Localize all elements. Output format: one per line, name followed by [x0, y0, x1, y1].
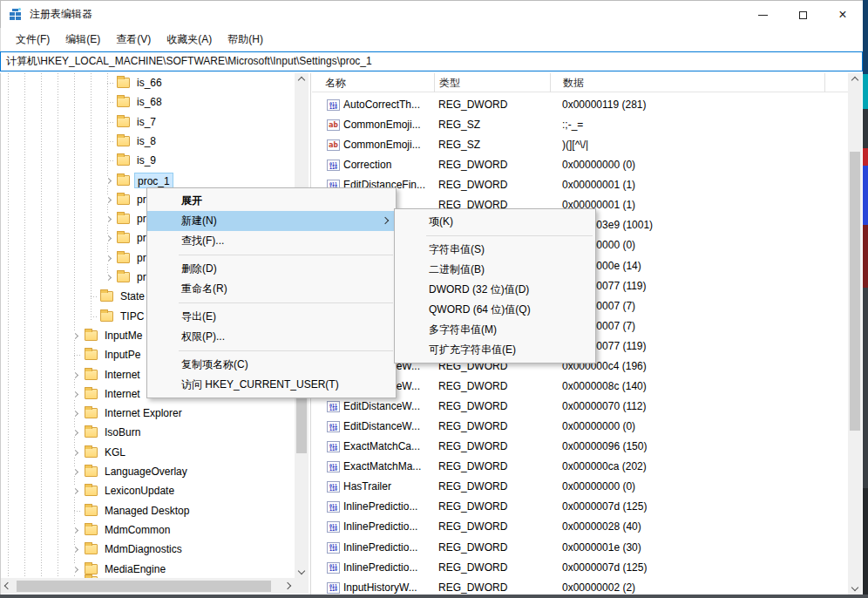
list-scroll-down-button[interactable]: [848, 581, 862, 595]
column-header-data[interactable]: 数据: [563, 73, 584, 92]
submenu-item-5[interactable]: QWORD (64 位)值(Q): [395, 300, 595, 320]
list-scroll-up-button[interactable]: [848, 73, 862, 87]
value-data: 0x00000000 (0): [562, 155, 824, 175]
value-name: ExactMatchCa...: [343, 437, 434, 457]
value-row-correction[interactable]: 011110CorrectionREG_DWORD0x00000000 (0): [312, 155, 848, 175]
menubar-item-4[interactable]: 帮助(H): [220, 29, 271, 51]
expand-arrow-icon[interactable]: [70, 467, 78, 476]
tree-branch-tick: [107, 102, 115, 103]
submenu-item-7[interactable]: 可扩充字符串值(E): [395, 340, 595, 360]
expand-arrow-icon[interactable]: [70, 428, 78, 437]
expand-arrow-icon[interactable]: [70, 486, 78, 495]
expand-arrow-icon[interactable]: [103, 273, 112, 282]
value-type: REG_DWORD: [438, 417, 548, 437]
expand-arrow-icon[interactable]: [103, 195, 112, 204]
value-row-inlinepredictio-[interactable]: 011110InlinePredictio...REG_DWORD0x00000…: [312, 558, 848, 578]
context-menu-item-8[interactable]: 权限(P)...: [147, 327, 396, 347]
context-menu-item-2[interactable]: 查找(F)...: [147, 231, 396, 251]
column-header-name[interactable]: 名称: [325, 73, 346, 92]
chevron-right-icon: [105, 274, 111, 280]
value-row-inlinepredictio-[interactable]: 011110InlinePredictio...REG_DWORD0x00000…: [312, 517, 848, 537]
expand-arrow-icon[interactable]: [70, 545, 78, 554]
tree-item-isoburn[interactable]: IsoBurn: [1, 423, 295, 442]
context-menu-item-1[interactable]: 新建(N): [147, 211, 396, 231]
tree-item-internet-explorer[interactable]: Internet Explorer: [1, 404, 295, 423]
context-menu-item-5[interactable]: 重命名(R): [147, 279, 396, 299]
value-row-exactmatchma-[interactable]: 011110ExactMatchMa...REG_DWORD0x000000ca…: [312, 457, 848, 477]
list-vscroll-thumb[interactable]: [850, 152, 860, 431]
value-type: REG_DWORD: [438, 538, 548, 558]
context-menu-item-7[interactable]: 导出(E): [147, 307, 396, 327]
expand-arrow-icon[interactable]: [70, 331, 78, 340]
submenu-item-0[interactable]: 项(K): [395, 212, 595, 232]
context-menu-item-4[interactable]: 删除(D): [147, 259, 396, 279]
value-row-commonemoji-[interactable]: abCommonEmoji...REG_SZ:;-_=: [312, 115, 848, 135]
column-divider[interactable]: [550, 73, 551, 92]
expand-arrow-icon[interactable]: [103, 176, 112, 185]
menubar-item-3[interactable]: 收藏夹(A): [159, 29, 220, 51]
submenu-item-6[interactable]: 多字符串值(M): [395, 320, 595, 340]
value-name: InlinePredictio...: [343, 538, 434, 558]
tree-scroll-right-button[interactable]: [281, 579, 295, 593]
maximize-button[interactable]: [783, 1, 823, 29]
submenu-item-3[interactable]: 二进制值(B): [395, 260, 595, 280]
expand-arrow-icon[interactable]: [103, 214, 112, 223]
dword-value-icon: 011110: [327, 441, 340, 452]
value-data: 0x0000000e (14): [562, 256, 824, 276]
tree-hscroll-thumb[interactable]: [17, 581, 271, 592]
tree-item-managed-desktop[interactable]: Managed Desktop: [1, 501, 295, 520]
folder-icon: [85, 389, 98, 399]
context-menu-item-0[interactable]: 展开: [147, 191, 396, 211]
value-row-commonemoji-[interactable]: abCommonEmoji...REG_SZ)(][^\/|: [312, 135, 848, 155]
value-row-hastrailer[interactable]: 011110HasTrailerREG_DWORD0x00000000 (0): [312, 477, 848, 497]
minimize-button[interactable]: [743, 1, 783, 29]
column-divider[interactable]: [824, 73, 825, 92]
folder-icon: [85, 525, 98, 535]
tree-item-is-9[interactable]: is_9: [1, 151, 295, 170]
value-data: 0x00000001 (1): [562, 195, 824, 215]
tree-item-languageoverlay[interactable]: LanguageOverlay: [1, 462, 295, 481]
value-type: REG_DWORD: [438, 377, 548, 397]
close-button[interactable]: ×: [823, 1, 863, 29]
expand-arrow-icon[interactable]: [103, 254, 112, 262]
tree-item[interactable]: [1, 572, 295, 578]
tree-scroll-down-button[interactable]: [295, 564, 309, 578]
value-row-inputhistoryw-[interactable]: 011110InputHistoryW...REG_DWORD0x0000000…: [312, 578, 848, 595]
submenu-item-4[interactable]: DWORD (32 位)值(D): [395, 280, 595, 300]
tree-item-is-7[interactable]: is_7: [1, 112, 295, 132]
tree-item-mdmdiagnostics[interactable]: MdmDiagnostics: [1, 540, 295, 559]
submenu-item-2[interactable]: 字符串值(S): [395, 240, 595, 260]
tree-scroll-left-button[interactable]: [1, 579, 15, 593]
context-menu-item-11[interactable]: 访问 HKEY_CURRENT_USER(T): [147, 375, 396, 395]
value-row-inlinepredictio-[interactable]: 011110InlinePredictio...REG_DWORD0x00000…: [312, 538, 848, 558]
value-row-editdistancew-[interactable]: 011110EditDistanceW...REG_DWORD0x0000000…: [312, 417, 848, 437]
address-bar[interactable]: 计算机\HKEY_LOCAL_MACHINE\SOFTWARE\Microsof…: [0, 51, 863, 71]
expand-arrow-icon[interactable]: [70, 526, 78, 534]
menubar-item-1[interactable]: 编辑(E): [58, 29, 108, 51]
value-row-exactmatchca-[interactable]: 011110ExactMatchCa...REG_DWORD0x00000096…: [312, 437, 848, 457]
tree-item-is-68[interactable]: is_68: [1, 92, 295, 112]
value-row-editdistancew-[interactable]: 011110EditDistanceW...REG_DWORD0x0000007…: [312, 397, 848, 417]
tree-item-is-8[interactable]: is_8: [1, 132, 295, 151]
column-header-type[interactable]: 类型: [439, 73, 460, 92]
tree-scroll-up-button[interactable]: [295, 73, 309, 87]
value-type: REG_DWORD: [438, 457, 548, 477]
value-row-autocorrectth-[interactable]: 011110AutoCorrectTh...REG_DWORD0x0000011…: [312, 95, 848, 115]
tree-branch-tick: [107, 141, 115, 142]
value-row-inlinepredictio-[interactable]: 011110InlinePredictio...REG_DWORD0x00000…: [312, 497, 848, 517]
tree-item-kgl[interactable]: KGL: [1, 443, 295, 462]
expand-arrow-icon[interactable]: [103, 234, 112, 242]
context-menu-item-10[interactable]: 复制项名称(C): [147, 355, 396, 375]
expand-arrow-icon[interactable]: [70, 409, 78, 418]
column-divider[interactable]: [434, 73, 435, 92]
expand-arrow-icon[interactable]: [70, 370, 78, 379]
expand-arrow-icon[interactable]: [70, 448, 78, 457]
expand-arrow-icon[interactable]: [70, 390, 78, 398]
tree-item-lexiconupdate[interactable]: LexiconUpdate: [1, 481, 295, 500]
value-type: REG_DWORD: [438, 497, 548, 517]
folder-icon: [117, 136, 130, 146]
menubar-item-2[interactable]: 查看(V): [108, 29, 159, 51]
menubar-item-0[interactable]: 文件(F): [8, 29, 58, 51]
tree-item-is-66[interactable]: is_66: [1, 73, 295, 92]
tree-item-mdmcommon[interactable]: MdmCommon: [1, 520, 295, 540]
